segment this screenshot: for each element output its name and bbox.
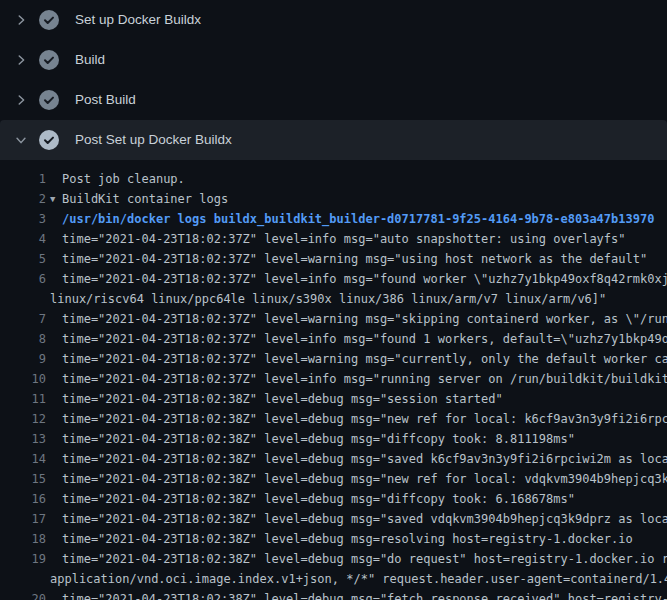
- log-text: application/vnd.oci.image.index.v1+json,…: [50, 569, 667, 589]
- log-line: 5time="2021-04-23T18:02:37Z" level=warni…: [0, 249, 667, 269]
- step-row-build[interactable]: Build: [0, 40, 667, 80]
- line-number[interactable]: 3: [0, 209, 46, 229]
- line-number[interactable]: 14: [0, 449, 46, 469]
- step-row-post-set-up-docker-buildx[interactable]: Post Set up Docker Buildx: [0, 120, 667, 160]
- line-number[interactable]: 10: [0, 369, 46, 389]
- log-text: time="2021-04-23T18:02:37Z" level=info m…: [62, 229, 626, 249]
- log-line: 20time="2021-04-23T18:02:38Z" level=debu…: [0, 589, 667, 600]
- line-number: [0, 569, 46, 589]
- log-line: 12time="2021-04-23T18:02:38Z" level=debu…: [0, 409, 667, 429]
- log-line: 2▼BuildKit container logs: [0, 189, 667, 209]
- line-number[interactable]: 16: [0, 489, 46, 509]
- log-line: 14time="2021-04-23T18:02:38Z" level=debu…: [0, 449, 667, 469]
- log-text: time="2021-04-23T18:02:37Z" level=warnin…: [62, 309, 667, 329]
- log-text: time="2021-04-23T18:02:37Z" level=warnin…: [62, 349, 667, 369]
- line-number[interactable]: 8: [0, 329, 46, 349]
- log-line: 15time="2021-04-23T18:02:38Z" level=debu…: [0, 469, 667, 489]
- line-number[interactable]: 1: [0, 169, 46, 189]
- log-text: time="2021-04-23T18:02:37Z" level=warnin…: [62, 249, 647, 269]
- group-collapse-triangle-icon[interactable]: ▼: [50, 189, 62, 209]
- line-number[interactable]: 2: [0, 189, 46, 209]
- line-number[interactable]: 4: [0, 229, 46, 249]
- log-text: time="2021-04-23T18:02:38Z" level=debug …: [62, 449, 667, 469]
- log-line: 18time="2021-04-23T18:02:38Z" level=debu…: [0, 529, 667, 549]
- log-group-label[interactable]: BuildKit container logs: [62, 189, 228, 209]
- line-number[interactable]: 12: [0, 409, 46, 429]
- line-number[interactable]: 13: [0, 429, 46, 449]
- log-text: time="2021-04-23T18:02:38Z" level=debug …: [62, 489, 575, 509]
- log-line: 10time="2021-04-23T18:02:37Z" level=info…: [0, 369, 667, 389]
- line-number[interactable]: 15: [0, 469, 46, 489]
- log-text: time="2021-04-23T18:02:38Z" level=debug …: [62, 549, 667, 569]
- chevron-down-icon: [13, 132, 29, 148]
- log-text: time="2021-04-23T18:02:38Z" level=debug …: [62, 469, 667, 489]
- log-text: time="2021-04-23T18:02:38Z" level=debug …: [62, 389, 503, 409]
- log-command-text: /usr/bin/docker logs buildx_buildkit_bui…: [62, 209, 654, 229]
- steps-list: Set up Docker Buildx Build Post Build Po…: [0, 0, 667, 160]
- check-circle-icon: [39, 90, 59, 110]
- log-text: Post job cleanup.: [62, 169, 185, 189]
- step-row-set-up-docker-buildx[interactable]: Set up Docker Buildx: [0, 0, 667, 40]
- line-number[interactable]: 18: [0, 529, 46, 549]
- log-line-continuation: linux/riscv64 linux/ppc64le linux/s390x …: [0, 289, 667, 309]
- log-text: time="2021-04-23T18:02:38Z" level=debug …: [62, 509, 667, 529]
- step-label: Set up Docker Buildx: [75, 10, 201, 30]
- line-number[interactable]: 19: [0, 549, 46, 569]
- step-label: Post Build: [75, 90, 136, 110]
- log-line: 16time="2021-04-23T18:02:38Z" level=debu…: [0, 489, 667, 509]
- line-number[interactable]: 6: [0, 269, 46, 289]
- step-label: Build: [75, 50, 105, 70]
- log-text: time="2021-04-23T18:02:37Z" level=info m…: [62, 329, 667, 349]
- log-line: 6time="2021-04-23T18:02:37Z" level=info …: [0, 269, 667, 289]
- log-line: 17time="2021-04-23T18:02:38Z" level=debu…: [0, 509, 667, 529]
- check-circle-icon: [39, 10, 59, 30]
- log-area: 1Post job cleanup.2▼BuildKit container l…: [0, 160, 667, 600]
- line-number[interactable]: 7: [0, 309, 46, 329]
- log-line: 19time="2021-04-23T18:02:38Z" level=debu…: [0, 549, 667, 569]
- log-text: time="2021-04-23T18:02:38Z" level=debug …: [62, 429, 575, 449]
- check-circle-icon: [39, 50, 59, 70]
- log-text: time="2021-04-23T18:02:37Z" level=info m…: [62, 369, 667, 389]
- check-circle-icon: [39, 130, 59, 150]
- log-text: linux/riscv64 linux/ppc64le linux/s390x …: [50, 289, 606, 309]
- step-row-post-build[interactable]: Post Build: [0, 80, 667, 120]
- log-text: time="2021-04-23T18:02:37Z" level=info m…: [62, 269, 667, 289]
- log-line-continuation: application/vnd.oci.image.index.v1+json,…: [0, 569, 667, 589]
- line-number[interactable]: 9: [0, 349, 46, 369]
- chevron-right-icon: [13, 52, 29, 68]
- log-line: 3/usr/bin/docker logs buildx_buildkit_bu…: [0, 209, 667, 229]
- chevron-right-icon: [13, 12, 29, 28]
- line-number[interactable]: 5: [0, 249, 46, 269]
- line-number: [0, 289, 46, 309]
- step-label: Post Set up Docker Buildx: [75, 130, 232, 150]
- log-line: 11time="2021-04-23T18:02:38Z" level=debu…: [0, 389, 667, 409]
- log-line: 8time="2021-04-23T18:02:37Z" level=info …: [0, 329, 667, 349]
- line-number[interactable]: 17: [0, 509, 46, 529]
- log-line: 1Post job cleanup.: [0, 169, 667, 189]
- log-text: time="2021-04-23T18:02:38Z" level=debug …: [62, 409, 667, 429]
- line-number[interactable]: 20: [0, 589, 46, 600]
- chevron-right-icon: [13, 92, 29, 108]
- log-line: 7time="2021-04-23T18:02:37Z" level=warni…: [0, 309, 667, 329]
- log-text: time="2021-04-23T18:02:38Z" level=debug …: [62, 529, 633, 549]
- line-number[interactable]: 11: [0, 389, 46, 409]
- log-line: 4time="2021-04-23T18:02:37Z" level=info …: [0, 229, 667, 249]
- log-line: 9time="2021-04-23T18:02:37Z" level=warni…: [0, 349, 667, 369]
- log-line: 13time="2021-04-23T18:02:38Z" level=debu…: [0, 429, 667, 449]
- log-text: time="2021-04-23T18:02:38Z" level=debug …: [62, 589, 667, 600]
